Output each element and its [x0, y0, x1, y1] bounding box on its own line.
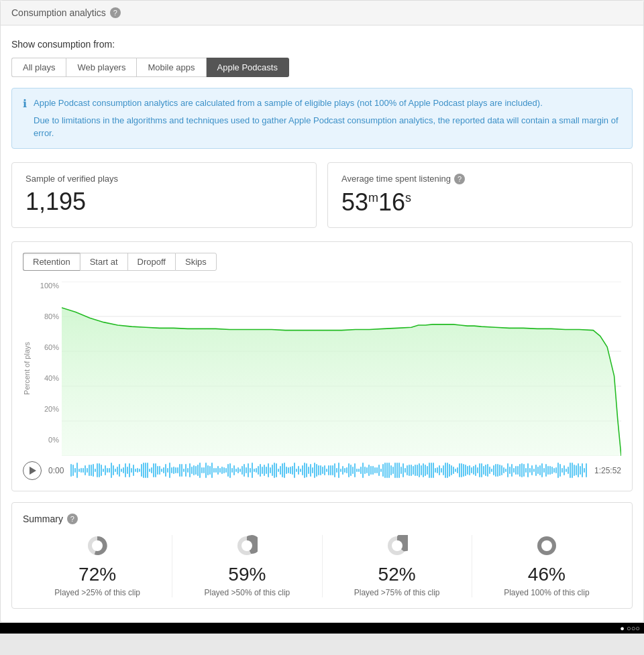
avg-minutes: 53 [341, 188, 368, 216]
info-box: ℹ Apple Podcast consumption analytics ar… [11, 88, 633, 149]
tab-all-plays[interactable]: All plays [11, 58, 66, 77]
summary-item-75: 52% Played >75% of this clip [323, 535, 472, 597]
pie-25 [87, 535, 108, 558]
summary-percent-75: 52% [378, 564, 416, 585]
seconds-label: s [405, 191, 411, 204]
tab-mobile-apps[interactable]: Mobile apps [136, 58, 205, 77]
header-help-icon[interactable]: ? [110, 7, 121, 18]
y-tick-20: 20% [44, 405, 59, 413]
chart-plot [62, 282, 621, 456]
summary-title: Summary [23, 514, 63, 524]
minutes-label: m [368, 191, 378, 204]
summary-percent-100: 46% [528, 564, 566, 585]
info-line2: Due to limitations in the algorithms and… [34, 114, 621, 140]
chart-tab-dropoff[interactable]: Dropoff [127, 253, 175, 271]
summary-item-25: 72% Played >25% of this clip [23, 535, 172, 597]
play-button[interactable] [23, 461, 42, 480]
pie-chart-50 [236, 535, 258, 556]
avg-time-help-icon[interactable]: ? [454, 174, 465, 184]
card-body: Show consumption from: All plays Web pla… [1, 25, 643, 622]
play-icon [30, 467, 36, 475]
pie-75 [386, 535, 408, 558]
card-header: Consumption analytics ? [1, 1, 643, 25]
pie-chart-75 [386, 535, 408, 556]
svg-point-7 [92, 540, 103, 551]
verified-plays-value: 1,195 [25, 188, 303, 216]
time-start: 0:00 [48, 466, 64, 475]
page-title: Consumption analytics [11, 7, 106, 18]
y-axis-label: Percent of plays [23, 342, 31, 395]
bottom-bar-text: ● ○○○ [620, 624, 640, 632]
pie-chart-100 [536, 535, 557, 556]
consumption-tabs: All plays Web players Mobile apps Apple … [11, 58, 633, 77]
page-wrapper: Consumption analytics ? Show consumption… [0, 0, 644, 655]
summary-items: 72% Played >25% of this clip 59% [23, 535, 621, 597]
summary-item-100: 46% Played 100% of this clip [472, 535, 621, 597]
svg-point-9 [241, 540, 252, 551]
info-text: Apple Podcast consumption analytics are … [34, 97, 621, 140]
pie-100 [536, 535, 557, 558]
bottom-bar: ● ○○○ [0, 623, 644, 634]
info-icon: ℹ [23, 97, 27, 140]
main-card: Consumption analytics ? Show consumption… [0, 0, 644, 623]
summary-percent-50: 59% [228, 564, 266, 585]
summary-desc-75: Played >75% of this clip [354, 588, 440, 597]
summary-section: Summary ? 72% Playe [11, 502, 633, 609]
summary-help-icon[interactable]: ? [67, 514, 78, 524]
avg-time-value: 53m16s [341, 188, 619, 217]
avg-seconds: 16 [378, 188, 405, 216]
stat-verified-plays: Sample of verified plays 1,195 [11, 162, 317, 228]
y-tick-100: 100% [40, 282, 59, 290]
pie-50 [236, 535, 258, 558]
y-tick-80: 80% [44, 312, 59, 320]
info-line1: Apple Podcast consumption analytics are … [34, 97, 621, 110]
audio-player: 0:00 1:25:52 [23, 461, 621, 480]
tab-web-players[interactable]: Web players [66, 58, 136, 77]
time-end: 1:25:52 [594, 466, 621, 475]
retention-chart-svg [62, 282, 621, 456]
y-tick-40: 40% [44, 374, 59, 382]
chart-tab-start-at[interactable]: Start at [80, 253, 127, 271]
tab-apple-podcasts[interactable]: Apple Podcasts [206, 58, 289, 77]
show-from-label: Show consumption from: [11, 39, 633, 50]
stat-avg-time: Average time spent listening ? 53m16s [327, 162, 633, 228]
y-tick-60: 60% [44, 343, 59, 351]
summary-header: Summary ? [23, 514, 621, 524]
chart-tab-skips[interactable]: Skips [175, 253, 217, 271]
avg-time-label: Average time spent listening ? [341, 174, 619, 184]
svg-point-13 [541, 540, 552, 551]
stats-row: Sample of verified plays 1,195 Average t… [11, 162, 633, 228]
chart-section: Retention Start at Dropoff Skips Percent… [11, 241, 633, 491]
chart-tabs: Retention Start at Dropoff Skips [23, 253, 621, 271]
summary-desc-100: Played 100% of this clip [504, 588, 589, 597]
chart-tab-retention[interactable]: Retention [23, 253, 80, 271]
svg-point-11 [392, 540, 402, 551]
y-tick-0: 0% [48, 436, 59, 444]
summary-desc-25: Played >25% of this clip [54, 588, 140, 597]
summary-percent-25: 72% [78, 564, 116, 585]
verified-plays-label: Sample of verified plays [25, 174, 303, 184]
summary-item-50: 59% Played >50% of this clip [172, 535, 322, 597]
pie-chart-25 [87, 535, 108, 556]
summary-desc-50: Played >50% of this clip [205, 588, 290, 597]
waveform [70, 461, 588, 480]
